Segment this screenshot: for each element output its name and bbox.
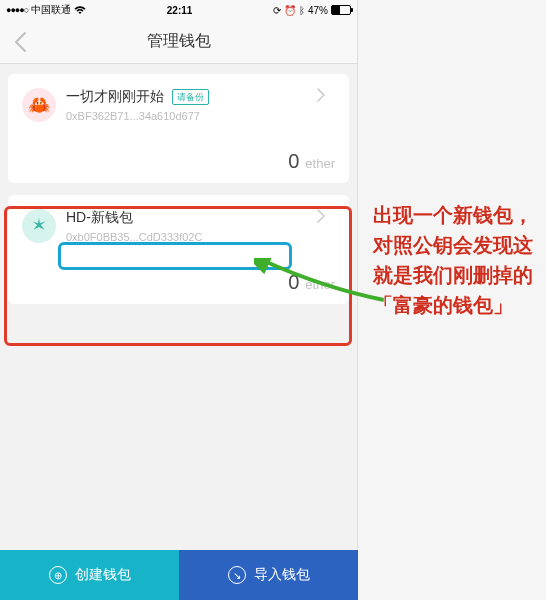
battery-percent: 47% — [308, 5, 328, 16]
balance-value: 0 — [288, 271, 299, 294]
balance-value: 0 — [288, 150, 299, 173]
nav-bar: 管理钱包 — [0, 20, 357, 64]
wifi-icon — [74, 6, 86, 15]
back-button[interactable] — [8, 30, 32, 54]
content-area: 🦀 一切才刚刚开始 请备份 0xBF362B71...34a610d677 0 … — [0, 64, 357, 326]
create-wallet-button[interactable]: ⊕ 创建钱包 — [0, 550, 179, 600]
wallet-address: 0xb0F0BB35...CdD333f02C — [66, 231, 307, 243]
phone-frame: ●●●●○ 中国联通 22:11 ⟳ ⏰ ᛒ 47% 管理钱包 🦀 一切才 — [0, 0, 358, 600]
alarm-icon: ⏰ — [284, 5, 296, 16]
backup-badge: 请备份 — [172, 89, 209, 105]
balance-unit: ether — [305, 156, 335, 171]
wallet-address: 0xBF362B71...34a610d677 — [66, 110, 307, 122]
bottom-bar: ⊕ 创建钱包 ↘ 导入钱包 — [0, 550, 358, 600]
wallet-card[interactable]: 🦀 一切才刚刚开始 请备份 0xBF362B71...34a610d677 0 … — [8, 74, 349, 183]
wallet-avatar-icon: 🦀 — [22, 88, 56, 122]
import-wallet-label: 导入钱包 — [254, 566, 310, 584]
chevron-right-icon — [317, 209, 335, 223]
balance-unit: ether — [305, 277, 335, 292]
battery-icon — [331, 5, 351, 15]
clock: 22:11 — [167, 5, 193, 16]
wallet-name: 一切才刚刚开始 — [66, 88, 164, 106]
status-bar: ●●●●○ 中国联通 22:11 ⟳ ⏰ ᛒ 47% — [0, 0, 357, 20]
wallet-name: HD-新钱包 — [66, 209, 133, 227]
chevron-right-icon — [317, 88, 335, 102]
bluetooth-icon: ᛒ — [299, 5, 305, 16]
import-wallet-icon: ↘ — [228, 566, 246, 584]
page-title: 管理钱包 — [147, 31, 211, 52]
create-wallet-icon: ⊕ — [49, 566, 67, 584]
signal-icon: ●●●●○ — [6, 5, 28, 15]
wallet-avatar-icon — [22, 209, 56, 243]
rotation-lock-icon: ⟳ — [273, 5, 281, 16]
chevron-left-icon — [13, 31, 27, 53]
import-wallet-button[interactable]: ↘ 导入钱包 — [179, 550, 358, 600]
annotation-text: 出现一个新钱包，对照公钥会发现这就是我们刚删掉的「富豪的钱包」 — [373, 200, 538, 320]
wallet-card[interactable]: HD-新钱包 0xb0F0BB35...CdD333f02C 0 ether — [8, 195, 349, 304]
create-wallet-label: 创建钱包 — [75, 566, 131, 584]
carrier-label: 中国联通 — [31, 3, 71, 17]
